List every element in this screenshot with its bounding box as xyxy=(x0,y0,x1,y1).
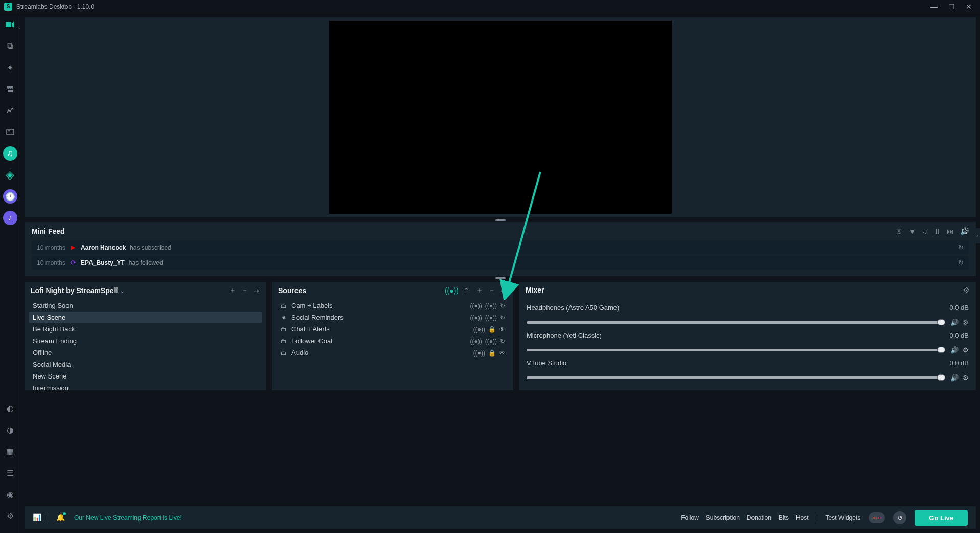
scene-item[interactable]: Intermission xyxy=(29,382,262,390)
nav-app-clock-icon[interactable]: 🕐 xyxy=(3,189,17,204)
source-item[interactable]: 🗀 Cam + Labels ((●))((●))↻ xyxy=(276,300,509,312)
nav-magic-icon[interactable]: ✦ xyxy=(3,60,17,75)
remove-source-button[interactable]: － xyxy=(488,286,495,295)
source-item[interactable]: 🗀 Chat + Alerts ((●))🔒👁 xyxy=(276,323,509,335)
scene-item[interactable]: Social Media xyxy=(29,359,262,370)
scene-item[interactable]: Offline xyxy=(29,347,262,359)
mixer-volume-slider[interactable] xyxy=(527,349,945,351)
broadcast-icon[interactable]: ((●)) xyxy=(470,314,482,321)
feed-user: EPA_Busty_YT xyxy=(81,259,125,266)
expand-tab-button[interactable]: ‹ xyxy=(975,228,980,243)
event-follow[interactable]: Follow xyxy=(681,514,699,521)
sources-broadcast-icon[interactable]: ((●)) xyxy=(445,286,459,295)
broadcast-icon[interactable]: ((●)) xyxy=(470,338,482,345)
minimize-button[interactable]: — xyxy=(927,2,941,12)
source-name: Follower Goal xyxy=(291,337,332,345)
metrics-icon[interactable]: 📊 xyxy=(33,513,41,522)
nav-highlighter-icon[interactable] xyxy=(3,125,17,139)
scene-item[interactable]: New Scene xyxy=(29,370,262,382)
nav-help2-icon[interactable]: ◑ xyxy=(3,423,17,437)
folder-icon: 🗀 xyxy=(280,349,287,357)
mixer-settings-icon[interactable]: ⚙ xyxy=(963,374,969,382)
broadcast-icon[interactable]: ((●)) xyxy=(485,302,497,309)
scene-item[interactable]: Starting Soon xyxy=(29,300,262,312)
mixer-source-name: VTube Studio xyxy=(527,359,566,367)
feed-replay-icon[interactable]: ↻ xyxy=(958,243,964,251)
add-scene-button[interactable]: ＋ xyxy=(229,286,236,295)
minifeed-pause-icon[interactable]: ⏸ xyxy=(933,227,941,235)
feed-user: Aaron Hancock xyxy=(81,244,126,251)
feed-row[interactable]: 10 months ▶ Aaron Hancock has subscribed… xyxy=(32,240,969,254)
nav-app-note-icon[interactable]: ♪ xyxy=(3,211,17,225)
broadcast-icon[interactable]: ((●)) xyxy=(473,349,485,357)
splitter-handle[interactable] xyxy=(495,219,506,221)
nav-app-diamond-icon[interactable]: ◈ xyxy=(3,168,17,182)
add-folder-button[interactable]: 🗀 xyxy=(464,286,471,295)
eye-icon[interactable]: 👁 xyxy=(499,326,505,333)
broadcast-icon[interactable]: ((●)) xyxy=(485,314,497,321)
add-source-button[interactable]: ＋ xyxy=(476,286,483,295)
minifeed-music-icon[interactable]: ♫ xyxy=(922,227,928,235)
refresh-icon[interactable]: ↻ xyxy=(500,338,505,345)
mixer-mute-icon[interactable]: 🔊 xyxy=(950,346,959,354)
nav-analytics-icon[interactable] xyxy=(3,103,17,118)
source-item[interactable]: 🗀 Follower Goal ((●))((●))↻ xyxy=(276,335,509,347)
remove-scene-button[interactable]: － xyxy=(241,286,248,295)
event-bits[interactable]: Bits xyxy=(779,514,789,521)
nav-help1-icon[interactable]: ◐ xyxy=(3,401,17,415)
transition-scene-button[interactable]: ⇥ xyxy=(254,286,260,295)
mixer-mute-icon[interactable]: 🔊 xyxy=(950,319,959,326)
close-button[interactable]: ✕ xyxy=(962,2,976,12)
scene-item[interactable]: Be Right Back xyxy=(29,323,262,335)
minifeed-skip-icon[interactable]: ⏭ xyxy=(947,227,954,235)
refresh-icon[interactable]: ↻ xyxy=(500,314,505,321)
nav-store-icon[interactable] xyxy=(3,82,17,96)
broadcast-icon[interactable]: ((●)) xyxy=(470,302,482,309)
record-button[interactable]: REC xyxy=(869,512,885,523)
source-name: Chat + Alerts xyxy=(291,325,330,333)
preview-canvas[interactable] xyxy=(25,17,976,217)
splitter-handle-2[interactable] xyxy=(495,277,506,279)
scene-item[interactable]: Stream Ending xyxy=(29,335,262,347)
mixer-volume-slider[interactable] xyxy=(527,376,945,379)
event-host[interactable]: Host xyxy=(796,514,809,521)
notifications-icon[interactable]: 🔔 xyxy=(56,513,65,522)
maximize-button[interactable]: ☐ xyxy=(944,2,959,12)
mixer-mute-icon[interactable]: 🔊 xyxy=(950,374,959,382)
mixer-volume-slider[interactable] xyxy=(527,321,945,324)
minifeed-filter-icon[interactable]: ▼ xyxy=(909,227,916,235)
nav-settings-icon[interactable]: ⚙ xyxy=(3,508,17,523)
broadcast-icon[interactable]: ((●)) xyxy=(473,326,485,333)
mixer-settings-icon[interactable]: ⚙ xyxy=(963,346,969,354)
lock-icon[interactable]: 🔒 xyxy=(488,349,496,357)
broadcast-icon[interactable]: ((●)) xyxy=(485,338,497,345)
golive-button[interactable]: Go Live xyxy=(915,510,968,526)
event-subscription[interactable]: Subscription xyxy=(706,514,740,521)
mixer-settings-button[interactable]: ⚙ xyxy=(963,286,970,294)
feed-row[interactable]: 10 months ⟳ EPA_Busty_YT has followed ↻ xyxy=(32,256,969,270)
news-link[interactable]: Our New Live Streaming Report is Live! xyxy=(74,514,182,521)
test-widgets-button[interactable]: Test Widgets xyxy=(826,514,861,521)
minifeed-sound-icon[interactable]: 🔊 xyxy=(960,227,969,235)
nav-layouts-icon[interactable]: ⧉ xyxy=(3,39,17,53)
nav-bars-icon[interactable]: ☰ xyxy=(3,465,17,480)
source-settings-button[interactable]: ⚙ xyxy=(500,286,507,295)
event-donation[interactable]: Donation xyxy=(747,514,771,521)
platform-tw-icon: ⟳ xyxy=(70,259,77,266)
nav-app-music-icon[interactable]: ♫ xyxy=(3,146,17,161)
source-item[interactable]: ♥ Social Reminders ((●))((●))↻ xyxy=(276,312,509,323)
lock-icon[interactable]: 🔒 xyxy=(488,326,496,333)
scene-item[interactable]: Live Scene xyxy=(29,312,262,323)
minifeed-shield-icon[interactable]: ⛨ xyxy=(896,227,903,235)
nav-grid-icon[interactable]: ▦ xyxy=(3,444,17,458)
replay-button[interactable]: ↺ xyxy=(893,511,906,524)
scene-collection-name[interactable]: Lofi Night by StreamSpell⌄ xyxy=(31,286,124,295)
nav-editor-icon[interactable]: ⌄ xyxy=(3,17,17,32)
feed-replay-icon[interactable]: ↻ xyxy=(958,259,964,266)
mixer-settings-icon[interactable]: ⚙ xyxy=(963,319,969,326)
mixer-item: VTube Studio 0.0 dB 🔊 ⚙ xyxy=(519,354,976,382)
nav-globe-icon[interactable]: ◉ xyxy=(3,487,17,501)
source-item[interactable]: 🗀 Audio ((●))🔒👁 xyxy=(276,347,509,359)
eye-icon[interactable]: 👁 xyxy=(499,349,505,357)
refresh-icon[interactable]: ↻ xyxy=(500,302,505,309)
